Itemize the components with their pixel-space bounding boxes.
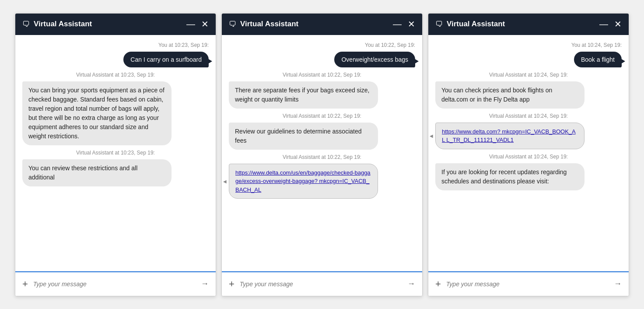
- messages-area: You at 10:22, Sep 19:Overweight/excess b…: [222, 35, 422, 271]
- input-area: +→: [222, 271, 422, 296]
- bot-link-message[interactable]: https://www.delta.com/us/en/baggage/chec…: [229, 164, 378, 199]
- minimize-button[interactable]: —: [599, 20, 608, 28]
- chat-window-2: 🗨Virtual Assistant—✕You at 10:22, Sep 19…: [221, 13, 423, 296]
- attach-button[interactable]: +: [22, 278, 28, 290]
- bot-message: You can bring your sports equipment as a…: [22, 81, 172, 145]
- messages-area: You at 10:24, Sep 19:Book a flightVirtua…: [428, 35, 629, 271]
- chat-header-3: 🗨Virtual Assistant—✕: [428, 14, 629, 35]
- message-input[interactable]: [446, 281, 609, 288]
- minimize-button[interactable]: —: [186, 20, 195, 28]
- close-button[interactable]: ✕: [408, 20, 415, 28]
- bot-link-message[interactable]: https://www.delta.com? mkcpgn=IC_VACB_BO…: [435, 123, 584, 149]
- timestamp-right: You at 10:23, Sep 19:: [22, 42, 209, 48]
- timestamp: Virtual Assistant at 10:22, Sep 19:: [229, 72, 415, 78]
- user-message: Overweight/excess bags: [334, 52, 415, 67]
- chat-window-1: 🗨Virtual Assistant—✕You at 10:23, Sep 19…: [15, 13, 216, 296]
- message-input[interactable]: [33, 281, 196, 288]
- timestamp: Virtual Assistant at 10:24, Sep 19:: [435, 72, 622, 78]
- input-area: +→: [15, 271, 216, 296]
- timestamp: Virtual Assistant at 10:22, Sep 19:: [229, 113, 415, 119]
- close-button[interactable]: ✕: [614, 20, 622, 28]
- bot-message: There are separate fees if your bags exc…: [229, 81, 378, 109]
- chat-title: Virtual Assistant: [34, 20, 92, 28]
- attach-button[interactable]: +: [229, 278, 234, 290]
- input-area: +→: [428, 271, 629, 296]
- minimize-button[interactable]: —: [393, 20, 402, 28]
- chat-container: 🗨Virtual Assistant—✕You at 10:23, Sep 19…: [15, 13, 629, 296]
- bot-message: You can review these restrictions and al…: [22, 159, 172, 186]
- close-button[interactable]: ✕: [201, 20, 209, 28]
- chat-icon: 🗨: [435, 20, 443, 29]
- timestamp: Virtual Assistant at 10:23, Sep 19:: [22, 72, 209, 78]
- user-message: Book a flight: [574, 52, 622, 67]
- bot-message: If you are looking for recent updates re…: [435, 163, 584, 190]
- timestamp-right: You at 10:24, Sep 19:: [435, 42, 622, 48]
- user-message: Can I carry on a surfboard: [123, 52, 209, 67]
- chat-header-1: 🗨Virtual Assistant—✕: [15, 14, 216, 35]
- chat-title: Virtual Assistant: [240, 20, 298, 28]
- timestamp-right: You at 10:22, Sep 19:: [229, 42, 415, 48]
- chat-icon: 🗨: [229, 20, 237, 29]
- chat-icon: 🗨: [22, 20, 30, 29]
- chat-title: Virtual Assistant: [447, 20, 505, 28]
- chat-header-2: 🗨Virtual Assistant—✕: [222, 14, 422, 35]
- timestamp: Virtual Assistant at 10:24, Sep 19:: [435, 154, 622, 160]
- bot-message: Review our guidelines to determine assoc…: [229, 123, 378, 150]
- message-input[interactable]: [240, 281, 402, 288]
- send-button[interactable]: →: [407, 279, 415, 288]
- timestamp: Virtual Assistant at 10:23, Sep 19:: [22, 150, 209, 156]
- bot-message: You can check prices and book flights on…: [435, 81, 584, 109]
- attach-button[interactable]: +: [435, 278, 441, 290]
- timestamp: Virtual Assistant at 10:22, Sep 19:: [229, 154, 415, 160]
- timestamp: Virtual Assistant at 10:24, Sep 19:: [435, 113, 622, 119]
- send-button[interactable]: →: [614, 279, 622, 288]
- send-button[interactable]: →: [201, 279, 209, 288]
- chat-window-3: 🗨Virtual Assistant—✕You at 10:24, Sep 19…: [428, 13, 629, 296]
- messages-area: You at 10:23, Sep 19:Can I carry on a su…: [15, 35, 216, 271]
